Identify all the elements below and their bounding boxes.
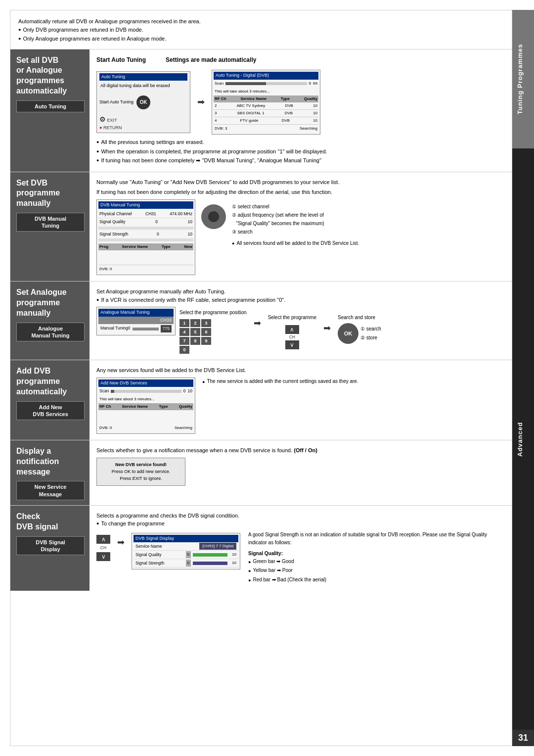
dvb-bottom: DVB: 0: [98, 265, 193, 273]
dvb-ch-up[interactable]: ∧: [96, 535, 110, 544]
search-store-steps: ① search ② store: [360, 325, 381, 342]
add-table-body: [98, 410, 193, 424]
ch-up-arrow[interactable]: ∧: [285, 325, 299, 334]
dvb-signal-screen: DVB Signal Display Service Name [CH53] 7…: [132, 533, 240, 570]
add-dvb-title: Add New DVB Services: [98, 379, 193, 387]
ch-down-arrow[interactable]: ∨: [285, 340, 299, 349]
badge-dvb: DVB ManualTuning: [16, 213, 85, 232]
auto-bullet2: When the operation is completed, the pro…: [96, 147, 505, 156]
badge-add-dvb: Add NewDVB Services: [16, 401, 85, 421]
quality-red: Red bar ➡ Bad (Check the aerial): [248, 576, 505, 584]
exit-row: ⚙ EXIT: [99, 112, 187, 125]
intro-line1: Automatically retune all DVB or Analogue…: [18, 17, 504, 26]
screen2-row1: 2ABC TV SydneyDVB10: [214, 102, 318, 110]
search-store-col: Search and store OK ① search ② store: [338, 314, 381, 344]
signal-value-name: [CH53] 7 7 Digital: [199, 543, 236, 550]
num-9: 9: [201, 337, 211, 345]
num-2: 2: [190, 319, 200, 327]
scan-progress: [111, 390, 181, 393]
num-1: 1: [179, 319, 189, 327]
scan-row: Scan 0 10: [98, 387, 193, 395]
signal-strength-bar: [98, 238, 193, 241]
heading-settings-auto: Settings are made automatically: [166, 55, 256, 64]
dvb-bullet: All services found will be added to the …: [232, 239, 359, 247]
analogue-content-row: Analogue Manual Tuning CH33 Manual Tunin…: [96, 307, 505, 354]
screen1-text: All digital tuning data will be erased: [99, 82, 187, 93]
dvb-intro2: If tuning has not been done completely o…: [96, 188, 505, 196]
notify-line3: Press EXIT to ignore.: [102, 475, 180, 482]
main-content: Automatically retune all DVB or Analogue…: [10, 10, 512, 746]
dot-icon: ●: [99, 125, 102, 130]
add-dvb-bullets: The new service is added with the curren…: [202, 378, 358, 386]
heading-start-auto: Start Auto Tuning: [96, 55, 146, 64]
badge-dvb-signal: DVB SignalDisplay: [16, 536, 85, 556]
dvb-intro1: Normally use "Auto Tuning" or "Add New D…: [96, 178, 505, 187]
signal-quality-header: Signal Quality:: [248, 550, 505, 558]
dvb-ch-label: CH: [100, 545, 106, 551]
scan-row: Scan 6 69: [214, 80, 318, 88]
section-title-auto-tuning: Set all DVBor Analogueprogrammesautomati…: [16, 55, 85, 96]
num-6: 6: [201, 328, 211, 336]
strength-bar-container: 0 10: [186, 560, 236, 567]
analogue-screen-title: Analogue Manual Tuning: [98, 309, 174, 317]
section-right-dvb: Normally use "Auto Tuning" or "Add New D…: [89, 172, 512, 282]
select-programme-label: Select the programme: [268, 314, 316, 321]
col1-label: Select the programme position: [179, 309, 247, 316]
analogue-bullet1: If a VCR is connected only with the RF c…: [96, 296, 505, 304]
section-right-add-dvb: Any new services found will be added to …: [89, 360, 512, 440]
quality-yellow: Yellow bar ➡ Poor: [248, 567, 505, 574]
screen2-title: Auto Tuning - Digital (DVB): [214, 72, 318, 80]
section-left-add-dvb: Add DVBprogrammeautomatically Add NewDVB…: [10, 360, 89, 440]
num-0: 0: [179, 346, 189, 354]
section-dvb-signal: CheckDVB signal DVB SignalDisplay Select…: [10, 506, 512, 591]
section-right-auto-tuning: Start Auto Tuning Settings are made auto…: [89, 49, 512, 172]
exit-icon: ⚙: [99, 115, 106, 123]
dvb-ch-down[interactable]: ∨: [96, 552, 110, 561]
section-title-dvb: Set DVBprogrammemanually: [16, 178, 85, 209]
nav-inner: [208, 211, 219, 222]
analogue-screen: Analogue Manual Tuning CH33 Manual Tunin…: [96, 307, 176, 335]
signal-label-name: Service Name: [135, 543, 180, 550]
add-bottom: DVB: 0 Searching: [98, 424, 193, 432]
arrow2: ➡: [323, 322, 331, 335]
screen1-title: Auto Tuning: [99, 73, 187, 81]
dvb-table-body: [98, 250, 193, 265]
section-left-new-service: Display anotificationmessage New Service…: [10, 440, 89, 505]
new-service-intro: Selects whether to give a notification m…: [96, 446, 505, 455]
signal-quality-bar: [98, 227, 193, 230]
start-label: Start Auto Tuning: [99, 99, 134, 106]
scan-bar: [225, 82, 307, 85]
step2: ② adjust frequency (set where the level …: [232, 211, 359, 228]
tab-tuning-programmes: Tuning Programmes: [512, 10, 534, 148]
strength-max: 10: [229, 560, 236, 566]
badge-auto-tuning: Auto Tuning: [16, 100, 85, 112]
screen2-header: RF Ch Service Name Type Quality: [214, 95, 318, 102]
store-step: ② store: [360, 333, 381, 342]
section-title-new-service: Display anotificationmessage: [16, 446, 85, 477]
auto-bullets: All the previous tuning settings are era…: [96, 138, 505, 165]
section-left-auto-tuning: Set all DVBor Analogueprogrammesautomati…: [10, 49, 89, 172]
dvb-strength-row: Signal Strength 0 10: [98, 231, 193, 242]
dvb-ch-arrows: ∧ CH ∨: [96, 535, 110, 561]
add-bullet1: The new service is added with the curren…: [202, 378, 358, 385]
add-dvb-content: Add New DVB Services Scan 0 10 This will…: [96, 378, 505, 434]
dvb-quality-row: Signal Quality 0 10: [98, 218, 193, 230]
dvb-row-physical: Physical Channel CH31 474.00 MHz: [98, 210, 193, 218]
section-title-dvb-signal: CheckDVB signal: [16, 512, 85, 532]
section-title-add-dvb: Add DVBprogrammeautomatically: [16, 366, 85, 397]
section-new-service: Display anotificationmessage New Service…: [10, 440, 512, 506]
num-grid: 1 2 3 4 5 6 7 8 9: [179, 319, 247, 345]
signal-row-name: Service Name [CH53] 7 7 Digital: [134, 542, 238, 551]
return-row: ● RETURN: [99, 125, 187, 132]
signal-row-quality: Signal Quality 0 10: [134, 551, 238, 559]
dvb-signal-bullet: To change the programme: [96, 520, 505, 528]
search-store-label: Search and store: [338, 314, 375, 321]
step1: ① select channel: [232, 202, 359, 211]
ok-row: Start Auto Tuning OK: [99, 95, 187, 109]
return-label: RETURN: [103, 125, 122, 130]
notify-line2: Press OK to add new service.: [102, 468, 180, 475]
dvb-steps: ① select channel ② adjust frequency (set…: [232, 202, 359, 248]
signal-screen-title: DVB Signal Display: [134, 535, 238, 543]
page-wrapper: Automatically retune all DVB or Analogue…: [0, 0, 534, 756]
signal-row-strength: Signal Strength 0 10: [134, 559, 238, 567]
